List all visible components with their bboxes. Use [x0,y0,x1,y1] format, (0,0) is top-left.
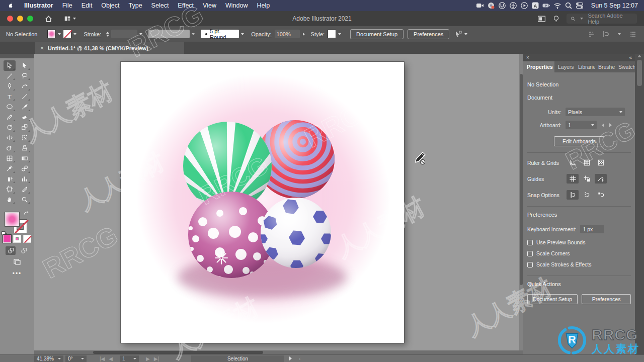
draw-normal-button[interactable] [6,246,16,255]
browser-icon[interactable] [487,2,495,10]
units-select[interactable]: Pixels [566,108,625,116]
menu-object[interactable]: Object [97,2,124,9]
screen-mode-button[interactable] [0,257,34,265]
ruler-button[interactable] [567,158,579,167]
checkbox-scale-corners[interactable] [527,251,533,256]
menu-help[interactable]: Help [252,2,274,9]
battery-icon[interactable] [542,2,550,10]
width-tool[interactable] [4,133,16,143]
keyboard-increment-input[interactable]: 1 px [580,225,604,233]
lightbulb-icon[interactable] [552,15,560,23]
panel-close-icon[interactable]: × [526,55,529,60]
wifi-icon[interactable] [553,2,561,10]
chevron-right-icon[interactable] [303,33,305,36]
smart-guides-button[interactable] [595,174,607,184]
workspace-layout-icon[interactable] [64,15,78,23]
next-artboard-nav-icon[interactable]: ▶ [146,356,150,361]
guides-button[interactable] [567,174,579,184]
chevron-down-icon[interactable] [338,33,341,35]
zoom-level-select[interactable]: 41,38% [34,355,63,362]
tab-brushes[interactable]: Brushes [595,61,615,72]
snap-options-icon[interactable] [602,30,610,38]
variable-width-profile-select[interactable] [148,30,190,38]
lock-guides-button[interactable] [581,174,593,184]
pen-tool[interactable] [4,81,16,92]
quick-document-setup-button[interactable]: Document Setup [527,294,578,304]
stroke-color-swatch[interactable] [63,30,71,38]
last-artboard-icon[interactable]: ▶| [154,356,159,361]
input-source-icon[interactable]: A [531,2,539,10]
arrange-documents-icon[interactable] [537,15,546,23]
stroke-weight-stepper[interactable] [106,32,109,37]
paintbrush-tool[interactable] [19,102,31,112]
status-back-icon[interactable]: ‹ [299,356,300,361]
artboard[interactable] [121,62,404,343]
home-icon[interactable] [44,15,53,23]
previous-artboard-icon[interactable] [602,123,604,127]
screen-record-icon[interactable] [476,2,484,10]
direct-selection-tool[interactable] [19,60,31,71]
hand-tool[interactable] [4,195,16,205]
color-button[interactable] [3,235,11,243]
gradient-tool[interactable] [19,153,31,164]
menu-file[interactable]: File [58,2,77,9]
transparency-grid-button[interactable] [595,158,607,167]
stroke-weight-select[interactable] [111,30,137,38]
swap-fill-stroke-icon[interactable] [23,211,29,217]
panel-collapse-icon[interactable]: « [629,55,632,60]
menu-view[interactable]: View [198,2,221,9]
next-artboard-icon[interactable] [609,123,612,127]
chevron-down-icon[interactable] [241,33,244,35]
utorrent-icon[interactable] [498,2,506,10]
stroke-weight-label[interactable]: Stroke: [84,31,101,37]
menu-effect[interactable]: Effect [173,2,198,9]
mesh-tool[interactable] [4,153,16,164]
curvature-tool[interactable] [19,81,31,92]
none-button[interactable] [23,235,31,243]
rotation-select[interactable]: 0° [65,355,87,362]
perspective-grid-tool[interactable] [19,143,31,153]
menu-type[interactable]: Type [124,2,147,9]
eraser-tool[interactable] [19,112,31,123]
free-transform-tool[interactable] [19,133,31,143]
artboard-select[interactable]: 1 [566,121,597,129]
blend-tool[interactable] [19,163,31,174]
brush-definition-select[interactable]: 5 pt. Round [201,30,239,38]
tab-layers[interactable]: Layers [554,61,575,72]
menu-window[interactable]: Window [221,2,252,9]
chevron-down-icon[interactable] [73,33,76,35]
zoom-tool[interactable] [19,195,31,205]
isolate-selection-icon[interactable] [454,30,462,38]
apple-menu-icon[interactable] [7,2,15,10]
close-document-icon[interactable]: × [40,45,44,52]
status-play-icon[interactable] [289,356,292,360]
menu-select[interactable]: Select [147,2,174,9]
checkbox-scale-strokes-effects[interactable] [527,262,533,267]
align-icon[interactable] [588,30,596,38]
menu-edit[interactable]: Edit [77,2,97,9]
scale-tool[interactable] [19,122,31,133]
opacity-label[interactable]: Opacity: [251,31,271,37]
shape-builder-tool[interactable] [4,143,16,153]
tab-swatches[interactable]: Swatches [615,61,635,72]
player-icon[interactable] [520,2,528,10]
symbol-sprayer-tool[interactable] [4,174,16,185]
draw-behind-button[interactable] [19,246,29,255]
selection-tool[interactable] [4,60,16,71]
menu-list-icon[interactable] [629,30,637,38]
preferences-button[interactable]: Preferences [408,29,449,39]
shape-tool[interactable] [4,102,16,112]
snap-pixel-button[interactable] [595,190,607,200]
canvas-area[interactable] [34,54,523,354]
tab-libraries[interactable]: Libraries [575,61,595,72]
lasso-tool[interactable] [19,71,31,81]
tab-properties[interactable]: Properties [523,61,554,72]
status-field[interactable]: Selection [191,355,284,362]
chevron-down-icon[interactable] [58,33,61,35]
snap-point-button[interactable] [567,190,579,200]
accessibility-icon[interactable] [509,2,517,10]
eyedropper-tool[interactable] [4,163,16,174]
grid-button[interactable] [581,158,593,167]
menu-illustrator[interactable]: Illustrator [20,2,58,9]
panel-scrollbar[interactable] [635,54,644,354]
